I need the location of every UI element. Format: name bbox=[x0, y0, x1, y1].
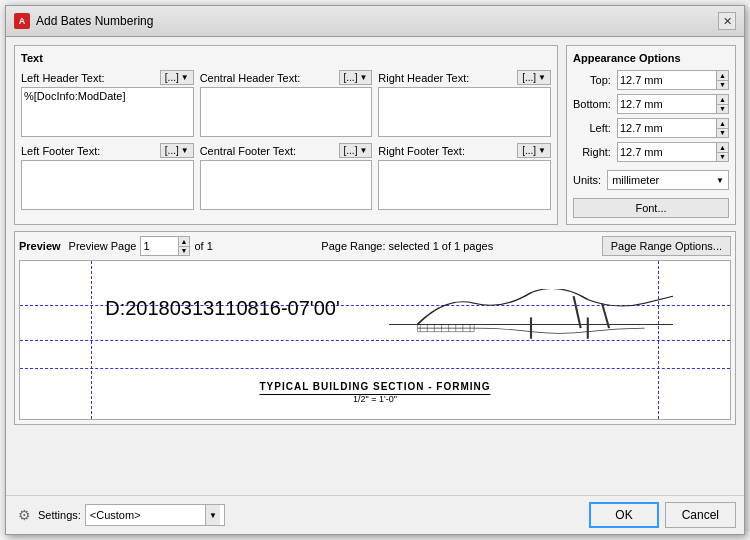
central-header-input[interactable] bbox=[200, 87, 373, 137]
right-header-label-row: Right Header Text: [...] ▼ bbox=[378, 70, 551, 85]
preview-page-group: Preview Page 1 ▲ ▼ of 1 bbox=[69, 236, 213, 256]
dialog-footer: ⚙ Settings: <Custom> ▼ OK Cancel bbox=[6, 495, 744, 534]
left-label: Left: bbox=[573, 122, 611, 134]
title-bar: A Add Bates Numbering ✕ bbox=[6, 6, 744, 37]
right-footer-input[interactable] bbox=[378, 160, 551, 210]
top-input[interactable]: 12.7 mm bbox=[618, 71, 716, 89]
footer-row: Left Footer Text: [...] ▼ Central Footer… bbox=[21, 143, 551, 210]
central-header-insert-btn[interactable]: [...] ▼ bbox=[339, 70, 373, 85]
top-down-btn[interactable]: ▼ bbox=[716, 81, 728, 90]
left-header-insert-btn[interactable]: [...] ▼ bbox=[160, 70, 194, 85]
left-header-input[interactable] bbox=[21, 87, 194, 137]
preview-date-text: D:20180313110816-07'00' bbox=[105, 297, 340, 320]
guide-line-h-bottom bbox=[20, 368, 730, 369]
preview-page-label: Preview Page bbox=[69, 240, 137, 252]
preview-page-down-btn[interactable]: ▼ bbox=[178, 247, 190, 256]
top-spinbox[interactable]: 12.7 mm ▲ ▼ bbox=[617, 70, 729, 90]
central-footer-insert-btn[interactable]: [...] ▼ bbox=[339, 143, 373, 158]
preview-header: Preview Preview Page 1 ▲ ▼ of 1 Page Ran… bbox=[19, 236, 731, 256]
ok-button[interactable]: OK bbox=[589, 502, 658, 528]
left-down-btn[interactable]: ▼ bbox=[716, 129, 728, 138]
insert-arrow-icon: ▼ bbox=[359, 73, 367, 82]
right-footer-label: Right Footer Text: bbox=[378, 145, 465, 157]
of-label: of 1 bbox=[194, 240, 212, 252]
central-footer-input[interactable] bbox=[200, 160, 373, 210]
insert-arrow-icon: ▼ bbox=[538, 146, 546, 155]
preview-scale-text: 1/2" = 1'-0" bbox=[353, 394, 397, 404]
appearance-grid: Top: 12.7 mm ▲ ▼ Bottom: 12.7 mm ▲ ▼ bbox=[573, 70, 729, 162]
guide-line-v-left bbox=[91, 261, 92, 419]
bottom-down-btn[interactable]: ▼ bbox=[716, 105, 728, 114]
central-footer-label: Central Footer Text: bbox=[200, 145, 296, 157]
right-header-label: Right Header Text: bbox=[378, 72, 469, 84]
top-up-btn[interactable]: ▲ bbox=[716, 71, 728, 81]
header-row: Left Header Text: [...] ▼ Central Header… bbox=[21, 70, 551, 137]
insert-arrow-icon: ▼ bbox=[359, 146, 367, 155]
left-header-group: Left Header Text: [...] ▼ bbox=[21, 70, 194, 137]
left-spinbox-btns: ▲ ▼ bbox=[716, 119, 728, 137]
bottom-spinbox[interactable]: 12.7 mm ▲ ▼ bbox=[617, 94, 729, 114]
units-label: Units: bbox=[573, 174, 601, 186]
left-footer-label: Left Footer Text: bbox=[21, 145, 100, 157]
right-header-input[interactable] bbox=[378, 87, 551, 137]
title-bar-left: A Add Bates Numbering bbox=[14, 13, 153, 29]
settings-gear-icon: ⚙ bbox=[14, 505, 34, 525]
central-header-label: Central Header Text: bbox=[200, 72, 301, 84]
cancel-button[interactable]: Cancel bbox=[665, 502, 736, 528]
right-up-btn[interactable]: ▲ bbox=[716, 143, 728, 153]
preview-border: Preview Preview Page 1 ▲ ▼ of 1 Page Ran… bbox=[14, 231, 736, 425]
right-input[interactable]: 12.7 mm bbox=[618, 143, 716, 161]
text-section: Text Left Header Text: [...] ▼ bbox=[14, 45, 558, 225]
settings-select[interactable]: <Custom> ▼ bbox=[85, 504, 225, 526]
main-content: Text Left Header Text: [...] ▼ bbox=[14, 45, 736, 225]
settings-dropdown-arrow-icon[interactable]: ▼ bbox=[205, 505, 220, 525]
appearance-label: Appearance Options bbox=[573, 52, 729, 64]
left-up-btn[interactable]: ▲ bbox=[716, 119, 728, 129]
preview-page-spinbox[interactable]: 1 ▲ ▼ bbox=[140, 236, 190, 256]
preview-page-btns: ▲ ▼ bbox=[178, 237, 190, 255]
insert-arrow-icon: ▼ bbox=[538, 73, 546, 82]
close-button[interactable]: ✕ bbox=[718, 12, 736, 30]
central-footer-group: Central Footer Text: [...] ▼ bbox=[200, 143, 373, 210]
top-spinbox-btns: ▲ ▼ bbox=[716, 71, 728, 89]
bottom-input[interactable]: 12.7 mm bbox=[618, 95, 716, 113]
preview-label: Preview bbox=[19, 240, 61, 252]
units-value: millimeter bbox=[612, 174, 659, 186]
settings-label: Settings: bbox=[38, 509, 81, 521]
central-footer-label-row: Central Footer Text: [...] ▼ bbox=[200, 143, 373, 158]
right-header-insert-btn[interactable]: [...] ▼ bbox=[517, 70, 551, 85]
left-footer-label-row: Left Footer Text: [...] ▼ bbox=[21, 143, 194, 158]
central-header-label-row: Central Header Text: [...] ▼ bbox=[200, 70, 373, 85]
right-spinbox[interactable]: 12.7 mm ▲ ▼ bbox=[617, 142, 729, 162]
appearance-section: Appearance Options Top: 12.7 mm ▲ ▼ Bott… bbox=[566, 45, 736, 225]
left-header-label: Left Header Text: bbox=[21, 72, 105, 84]
left-footer-insert-btn[interactable]: [...] ▼ bbox=[160, 143, 194, 158]
bottom-spinbox-btns: ▲ ▼ bbox=[716, 95, 728, 113]
page-range-info: Page Range: selected 1 of 1 pages bbox=[221, 240, 594, 252]
top-label: Top: bbox=[573, 74, 611, 86]
central-header-group: Central Header Text: [...] ▼ bbox=[200, 70, 373, 137]
right-label: Right: bbox=[573, 146, 611, 158]
left-footer-group: Left Footer Text: [...] ▼ bbox=[21, 143, 194, 210]
add-bates-dialog: A Add Bates Numbering ✕ Text Left Header… bbox=[5, 5, 745, 535]
text-section-label: Text bbox=[21, 52, 551, 64]
right-footer-label-row: Right Footer Text: [...] ▼ bbox=[378, 143, 551, 158]
bottom-up-btn[interactable]: ▲ bbox=[716, 95, 728, 105]
insert-arrow-icon: ▼ bbox=[181, 73, 189, 82]
left-spinbox[interactable]: 12.7 mm ▲ ▼ bbox=[617, 118, 729, 138]
left-input[interactable]: 12.7 mm bbox=[618, 119, 716, 137]
preview-page-input[interactable]: 1 bbox=[141, 237, 177, 255]
units-select[interactable]: millimeter ▼ bbox=[607, 170, 729, 190]
page-range-options-button[interactable]: Page Range Options... bbox=[602, 236, 731, 256]
dialog-body: Text Left Header Text: [...] ▼ bbox=[6, 37, 744, 495]
units-arrow-icon: ▼ bbox=[716, 176, 724, 185]
right-down-btn[interactable]: ▼ bbox=[716, 153, 728, 162]
bottom-label: Bottom: bbox=[573, 98, 611, 110]
left-header-label-row: Left Header Text: [...] ▼ bbox=[21, 70, 194, 85]
right-footer-group: Right Footer Text: [...] ▼ bbox=[378, 143, 551, 210]
left-footer-input[interactable] bbox=[21, 160, 194, 210]
right-footer-insert-btn[interactable]: [...] ▼ bbox=[517, 143, 551, 158]
right-header-group: Right Header Text: [...] ▼ bbox=[378, 70, 551, 137]
preview-page-up-btn[interactable]: ▲ bbox=[178, 237, 190, 247]
font-button[interactable]: Font... bbox=[573, 198, 729, 218]
